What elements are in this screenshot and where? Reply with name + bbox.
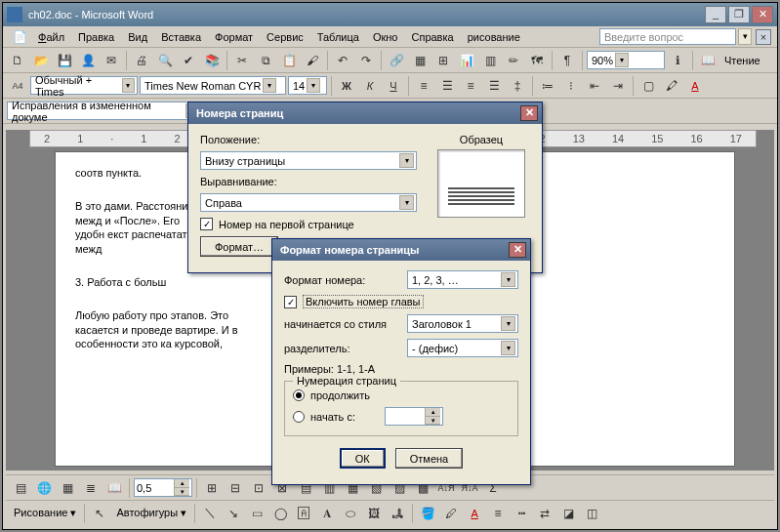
cut-icon[interactable]: ✂	[231, 50, 253, 71]
highlight-icon[interactable]: 🖍	[661, 75, 682, 97]
preview-icon[interactable]: 🔍	[154, 50, 176, 71]
numbering-icon[interactable]: ≔	[537, 75, 558, 97]
include-chapter-checkbox[interactable]: ✓	[284, 296, 297, 308]
fill-color-icon[interactable]: 🪣	[417, 503, 438, 524]
menu-tools[interactable]: Сервис	[261, 29, 309, 45]
menu-drawing[interactable]: рисование	[462, 29, 526, 45]
shadow-icon[interactable]: ◪	[557, 503, 579, 524]
underline-icon[interactable]: Ч	[383, 75, 404, 97]
align-right-icon[interactable]: ≡	[460, 75, 481, 97]
menu-insert[interactable]: Вставка	[155, 29, 207, 45]
zoom-combo[interactable]: 90%▾	[587, 51, 665, 69]
wordart-icon[interactable]: 𝐀	[316, 503, 338, 524]
restore-button[interactable]: ❐	[728, 6, 750, 23]
close-button[interactable]: ✕	[752, 6, 773, 23]
textbox-icon[interactable]: 🄰	[293, 503, 314, 524]
3d-icon[interactable]: ◫	[581, 503, 602, 524]
align-left-icon[interactable]: ≡	[413, 75, 434, 97]
first-page-checkbox[interactable]: ✓	[200, 218, 213, 230]
outdent-icon[interactable]: ⇤	[584, 75, 605, 97]
hyperlink-icon[interactable]: 🔗	[386, 50, 407, 71]
save-icon[interactable]: 💾	[54, 50, 75, 71]
review-display-combo[interactable]: Исправления в измененном докуме▾	[7, 102, 202, 120]
menu-help[interactable]: Справка	[405, 29, 459, 45]
help-icon[interactable]: ℹ	[667, 50, 688, 71]
number-format-dropdown[interactable]: 1, 2, 3, …▾	[407, 270, 518, 289]
format-button[interactable]: Формат…	[200, 236, 278, 257]
menu-window[interactable]: Окно	[367, 29, 404, 45]
show-marks-icon[interactable]: ¶	[556, 50, 578, 71]
select-objects-icon[interactable]: ↖	[89, 503, 110, 524]
start-at-spinner[interactable]: ▴▾	[385, 407, 443, 426]
dialog1-close-button[interactable]: ✕	[520, 105, 538, 121]
oval-icon[interactable]: ◯	[269, 503, 291, 524]
menu-format[interactable]: Формат	[209, 29, 259, 45]
redo-icon[interactable]: ↷	[355, 50, 377, 71]
tb-icon-2[interactable]: ⊟	[225, 477, 246, 499]
view-outline-icon[interactable]: ≣	[80, 477, 102, 499]
view-print-icon[interactable]: ▦	[57, 477, 78, 499]
borders-icon[interactable]: ▢	[637, 75, 659, 97]
paste-icon[interactable]: 📋	[278, 50, 300, 71]
autoshapes-menu[interactable]: Автофигуры ▾	[112, 507, 190, 519]
spelling-icon[interactable]: ✔	[178, 50, 199, 71]
ok-button[interactable]: ОК	[340, 448, 386, 469]
bullets-icon[interactable]: ⁝	[560, 75, 582, 97]
research-icon[interactable]: 📚	[201, 50, 223, 71]
separator-dropdown[interactable]: - (дефис)▾	[407, 339, 518, 357]
copy-icon[interactable]: ⧉	[255, 50, 276, 71]
font-combo[interactable]: Times New Roman CYR▾	[140, 76, 286, 95]
undo-icon[interactable]: ↶	[332, 50, 353, 71]
print-icon[interactable]: 🖨	[131, 50, 152, 71]
line-style-icon[interactable]: ≡	[487, 503, 509, 524]
tables-borders-icon[interactable]: ▦	[409, 50, 431, 71]
align-center-icon[interactable]: ☰	[436, 75, 458, 97]
dialog2-close-button[interactable]: ✕	[509, 242, 526, 258]
help-search-dropdown[interactable]: ▾	[738, 28, 752, 45]
menu-view[interactable]: Вид	[122, 29, 153, 45]
tb-icon-1[interactable]: ⊞	[201, 477, 223, 499]
clipart-icon[interactable]: 🖼	[363, 503, 385, 524]
format-painter-icon[interactable]: 🖌	[302, 50, 323, 71]
indent-icon[interactable]: ⇥	[607, 75, 629, 97]
line-spacing-icon[interactable]: ‡	[507, 75, 528, 97]
view-web-icon[interactable]: 🌐	[33, 477, 55, 499]
styles-pane-icon[interactable]: A4	[7, 75, 28, 97]
alignment-dropdown[interactable]: Справа▾	[200, 193, 417, 212]
italic-icon[interactable]: К	[359, 75, 381, 97]
menu-edit[interactable]: Правка	[72, 29, 120, 45]
columns-icon[interactable]: ▥	[479, 50, 501, 71]
continue-radio[interactable]	[293, 389, 305, 401]
drawing-icon[interactable]: ✏	[503, 50, 524, 71]
style-combo[interactable]: Обычный + Times▾	[30, 76, 138, 95]
help-search-input[interactable]: Введите вопрос	[599, 28, 736, 45]
cancel-button[interactable]: Отмена	[395, 448, 463, 469]
insert-table-icon[interactable]: ⊞	[432, 50, 454, 71]
permission-icon[interactable]: 👤	[77, 50, 99, 71]
position-dropdown[interactable]: Внизу страницы▾	[200, 151, 417, 170]
line-color-icon[interactable]: 🖊	[440, 503, 462, 524]
starts-style-dropdown[interactable]: Заголовок 1▾	[407, 314, 518, 333]
word-menu-icon[interactable]: 📄	[9, 26, 30, 48]
view-normal-icon[interactable]: ▤	[10, 477, 31, 499]
diagram-icon[interactable]: ⬭	[340, 503, 361, 524]
arrow-icon[interactable]: ↘	[223, 503, 244, 524]
menu-table[interactable]: Таблица	[311, 29, 365, 45]
drawing-menu[interactable]: Рисование ▾	[10, 507, 80, 519]
line-icon[interactable]: ＼	[199, 503, 221, 524]
view-reading-icon[interactable]: 📖	[103, 477, 125, 499]
start-at-radio[interactable]	[293, 411, 305, 423]
dialog2-titlebar[interactable]: Формат номера страницы ✕	[272, 239, 530, 261]
menu-close-doc[interactable]: ×	[756, 29, 771, 45]
mail-icon[interactable]: ✉	[101, 50, 122, 71]
size-combo[interactable]: 14▾	[288, 76, 327, 95]
dash-style-icon[interactable]: ┅	[511, 503, 532, 524]
dialog1-titlebar[interactable]: Номера страниц ✕	[188, 102, 542, 124]
bold-icon[interactable]: Ж	[336, 75, 357, 97]
justify-icon[interactable]: ☰	[483, 75, 505, 97]
new-doc-icon[interactable]: 🗋	[7, 50, 28, 71]
reading-icon[interactable]: 📖	[697, 50, 718, 71]
docmap-icon[interactable]: 🗺	[526, 50, 548, 71]
font-color-icon[interactable]: A	[684, 75, 706, 97]
menu-file[interactable]: Файл	[32, 29, 70, 45]
